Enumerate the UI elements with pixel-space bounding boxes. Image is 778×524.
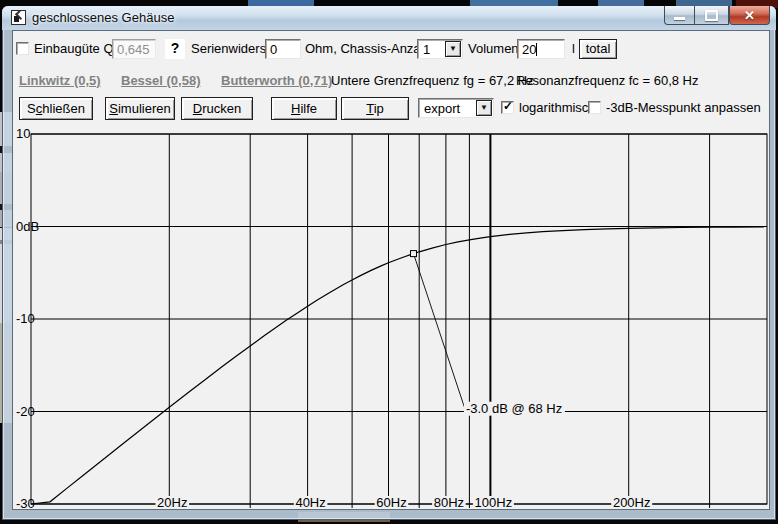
export-select[interactable]: export ▼: [418, 98, 494, 118]
logarithmisch-label: logarithmisch: [519, 98, 596, 118]
maximize-button[interactable]: [695, 6, 729, 25]
total-button[interactable]: total: [579, 39, 617, 59]
chevron-down-icon[interactable]: ▼: [476, 100, 492, 116]
qtc-label: Einbaugüte Qtc: [34, 39, 124, 59]
export-value: export: [424, 101, 460, 117]
x-tick-label: 60Hz: [376, 495, 406, 509]
close-icon: ✕: [744, 9, 755, 22]
y-tick-label: 0dB: [16, 219, 39, 234]
y-tick-label: -10: [16, 311, 35, 326]
x-tick-label: 100Hz: [475, 495, 513, 509]
logarithmisch-checkbox[interactable]: [501, 101, 514, 114]
grenzfrequenz-text: Untere Grenzfrequenz fg = 67,2 Hz: [331, 71, 534, 91]
marker-annotation: -3.0 dB @ 68 Hz: [466, 401, 562, 416]
volumen-input[interactable]: 20: [517, 39, 565, 59]
tip-button[interactable]: Tip: [341, 97, 409, 120]
x-tick-label: 200Hz: [613, 495, 651, 509]
serienwiderstand-input[interactable]: 0: [265, 39, 301, 59]
butterworth-link[interactable]: Butterworth (0,71): [221, 73, 332, 89]
response-curve: [31, 227, 764, 504]
title-bar[interactable]: geschlossenes Gehäuse ✕: [2, 6, 776, 30]
chevron-down-icon[interactable]: ▼: [445, 41, 461, 57]
drucken-button[interactable]: Drucken: [181, 97, 253, 120]
client-area: Einbaugüte Qtc 0,645 ? Serienwiderstand …: [12, 30, 770, 510]
schliessen-button[interactable]: Schließen: [19, 97, 93, 120]
linkwitz-link[interactable]: Linkwitz (0,5): [19, 73, 101, 89]
text-caret: [536, 43, 537, 56]
minimize-icon: [674, 17, 685, 20]
x-tick-label: 20Hz: [157, 495, 187, 509]
qtc-checkbox[interactable]: [16, 42, 29, 55]
x-tick-label: 40Hz: [295, 495, 325, 509]
app-icon: [11, 10, 26, 25]
bessel-link[interactable]: Bessel (0,58): [121, 73, 201, 89]
y-tick-label: -30: [16, 496, 35, 509]
y-tick-label: 10: [16, 126, 30, 141]
chassis-count-select[interactable]: 1 ▼: [417, 39, 463, 59]
ohm-chassis-label: Ohm, Chassis-Anzahl: [305, 39, 431, 59]
messpunkt-checkbox[interactable]: [588, 101, 601, 114]
maximize-icon: [705, 10, 718, 21]
resonanzfrequenz-text: Resonanzfrequenz fc = 60,8 Hz: [516, 71, 698, 91]
qtc-input[interactable]: 0,645: [112, 39, 156, 59]
volumen-label: Volumen: [468, 39, 519, 59]
messpunkt-label: -3dB-Messpunkt anpassen: [606, 98, 761, 118]
minimize-button[interactable]: [664, 6, 695, 25]
simulieren-button[interactable]: Simulieren: [105, 97, 175, 120]
marker-leader-line: [415, 257, 465, 409]
help-button[interactable]: ?: [165, 39, 185, 59]
chassis-count-value: 1: [423, 42, 430, 58]
x-tick-label: 80Hz: [434, 495, 464, 509]
hilfe-button[interactable]: Hilfe: [271, 97, 337, 120]
liter-label: l: [572, 39, 575, 59]
marker-handle[interactable]: [411, 251, 417, 257]
frequency-response-chart: 100dB-10-20-3020Hz40Hz60Hz80Hz100Hz200Hz…: [13, 126, 769, 509]
y-tick-label: -20: [16, 404, 35, 419]
window-title: geschlossenes Gehäuse: [32, 10, 174, 25]
app-window: geschlossenes Gehäuse ✕ Einbaugüte Qtc 0…: [2, 6, 776, 520]
close-button[interactable]: ✕: [729, 6, 770, 25]
